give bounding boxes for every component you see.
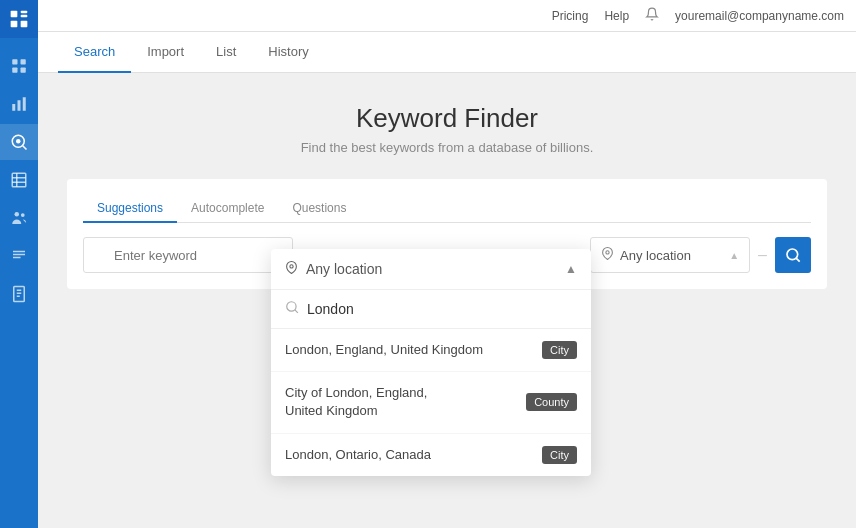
logo-icon — [9, 9, 29, 29]
dropdown-item-text: London, England, United Kingdom — [285, 341, 532, 359]
notifications-bell[interactable] — [645, 7, 659, 24]
svg-rect-8 — [21, 68, 26, 73]
sidebar — [0, 0, 38, 528]
card-tab-autocomplete[interactable]: Autocomplete — [177, 195, 278, 223]
sidebar-item-list[interactable] — [0, 238, 38, 274]
dropdown-search-input[interactable] — [307, 301, 577, 317]
sidebar-item-doc[interactable] — [0, 276, 38, 312]
page-content: Keyword Finder Find the best keywords fr… — [38, 73, 856, 528]
svg-rect-10 — [18, 100, 21, 111]
tab-list[interactable]: List — [200, 32, 252, 73]
svg-rect-0 — [11, 11, 18, 18]
dropdown-header: Any location ▲ — [271, 249, 591, 290]
people-icon — [10, 209, 28, 227]
svg-rect-9 — [12, 104, 15, 111]
grid-icon — [10, 57, 28, 75]
separator: – — [758, 246, 767, 264]
tab-search[interactable]: Search — [58, 32, 131, 73]
dropdown-badge-city-1: City — [542, 341, 577, 359]
top-nav: Pricing Help youremail@companyname.com — [38, 0, 856, 32]
dropdown-collapse-arrow[interactable]: ▲ — [565, 262, 577, 276]
sidebar-item-dashboard[interactable] — [0, 48, 38, 84]
dropdown-badge-county: County — [526, 393, 577, 411]
card-tabs: Suggestions Autocomplete Questions — [83, 195, 811, 223]
table-icon — [10, 171, 28, 189]
svg-point-31 — [787, 249, 798, 260]
list-icon — [10, 247, 28, 265]
page-subtitle: Find the best keywords from a database o… — [58, 140, 836, 155]
sidebar-item-analytics[interactable] — [0, 86, 38, 122]
svg-rect-15 — [12, 173, 26, 187]
svg-line-35 — [295, 310, 298, 313]
svg-point-34 — [287, 302, 296, 311]
main-area: Pricing Help youremail@companyname.com S… — [38, 0, 856, 528]
dropdown-item-text: City of London, England,United Kingdom — [285, 384, 516, 420]
keyword-input[interactable] — [83, 237, 293, 273]
sub-nav: Search Import List History — [38, 32, 856, 73]
search-circle-icon — [10, 133, 28, 151]
doc-icon — [10, 285, 28, 303]
dropdown-pin-icon — [285, 261, 298, 277]
dropdown-item-london-england[interactable]: London, England, United Kingdom City — [271, 329, 591, 372]
svg-rect-5 — [12, 59, 17, 64]
sidebar-item-people[interactable] — [0, 200, 38, 236]
tab-import[interactable]: Import — [131, 32, 200, 73]
sidebar-item-search[interactable] — [0, 124, 38, 160]
dropdown-search-icon — [285, 300, 299, 318]
tab-history[interactable]: History — [252, 32, 324, 73]
dropdown-item-city-of-london[interactable]: City of London, England,United Kingdom C… — [271, 372, 591, 433]
search-button-icon — [785, 247, 801, 263]
pricing-link[interactable]: Pricing — [552, 9, 589, 23]
svg-point-13 — [16, 139, 21, 144]
chart-icon — [10, 95, 28, 113]
svg-rect-1 — [21, 11, 28, 13]
dropdown-header-text: Any location — [306, 261, 565, 277]
card-tab-questions[interactable]: Questions — [278, 195, 360, 223]
user-email[interactable]: youremail@companyname.com — [675, 9, 844, 23]
svg-rect-6 — [21, 59, 26, 64]
svg-rect-2 — [21, 15, 28, 17]
card-tab-suggestions[interactable]: Suggestions — [83, 195, 177, 223]
svg-point-33 — [290, 265, 293, 268]
svg-point-20 — [21, 213, 25, 217]
svg-line-14 — [23, 146, 27, 150]
svg-rect-7 — [12, 68, 17, 73]
svg-rect-3 — [11, 21, 18, 28]
search-button[interactable] — [775, 237, 811, 273]
svg-point-30 — [606, 251, 609, 254]
dropdown-item-text: London, Ontario, Canada — [285, 446, 532, 464]
dropdown-badge-city-3: City — [542, 446, 577, 464]
sidebar-logo — [0, 0, 38, 38]
dropdown-item-london-ontario[interactable]: London, Ontario, Canada City — [271, 434, 591, 476]
location-pin-icon — [601, 247, 614, 263]
location-button[interactable]: Any location ▲ — [590, 237, 750, 273]
dropdown-search-row — [271, 290, 591, 329]
search-card: Suggestions Autocomplete Questions Any l… — [67, 179, 827, 289]
location-dropdown: Any location ▲ London, England, United K… — [271, 249, 591, 476]
svg-rect-11 — [23, 97, 26, 111]
page-title: Keyword Finder — [58, 103, 836, 134]
svg-point-19 — [15, 212, 20, 217]
location-button-text: Any location — [620, 248, 691, 263]
location-dropdown-arrow: ▲ — [729, 250, 739, 261]
sidebar-item-table[interactable] — [0, 162, 38, 198]
help-link[interactable]: Help — [604, 9, 629, 23]
svg-line-32 — [796, 258, 799, 261]
svg-rect-4 — [21, 21, 28, 28]
bell-icon — [645, 7, 659, 21]
